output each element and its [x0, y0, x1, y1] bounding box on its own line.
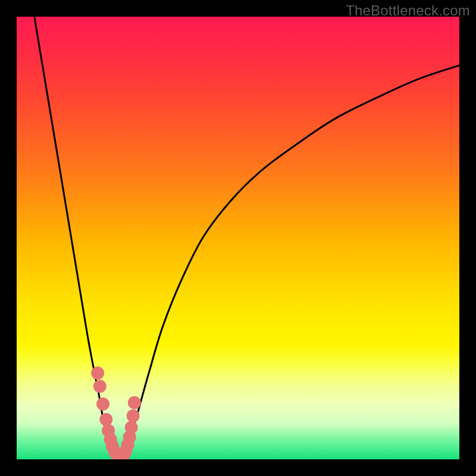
marker-dot — [91, 367, 104, 380]
marker-dot — [99, 413, 112, 426]
marker-dot — [93, 380, 107, 393]
attribution-label: TheBottleneck.com — [346, 2, 470, 19]
marker-dot — [128, 396, 141, 409]
marker-dot — [125, 421, 138, 434]
plot-area — [17, 17, 459, 459]
marker-dot — [127, 409, 140, 422]
chart-frame: TheBottleneck.com — [0, 0, 476, 476]
plot-svg — [17, 17, 459, 459]
marker-dot — [96, 397, 109, 411]
gradient-background — [17, 17, 459, 459]
